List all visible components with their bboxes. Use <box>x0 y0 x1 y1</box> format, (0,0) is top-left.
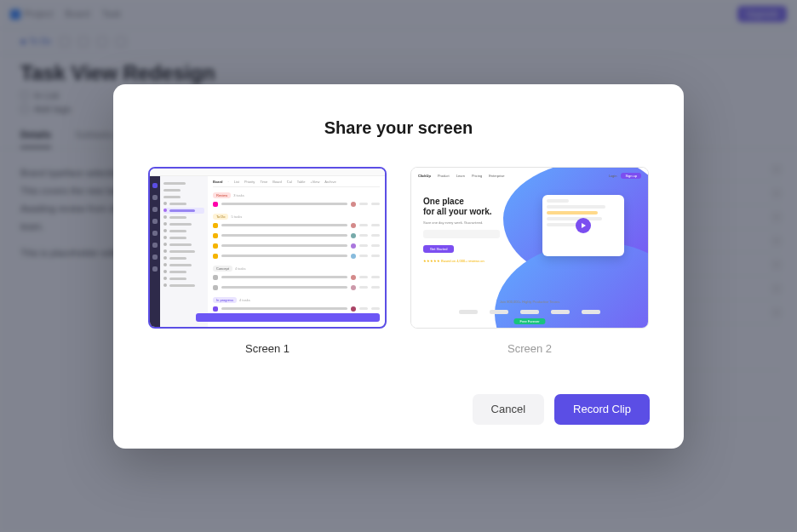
share-screen-modal: Share your screen <box>113 84 684 449</box>
screen-1-label: Screen 1 <box>148 342 387 355</box>
screen-2-thumbnail: ClickUp ProductLearnPricingEnterprise Lo… <box>410 167 649 329</box>
cancel-button[interactable]: Cancel <box>473 394 544 425</box>
modal-title: Share your screen <box>147 118 650 138</box>
play-icon <box>576 218 591 233</box>
modal-footer: Cancel Record Clip <box>147 394 650 425</box>
screen-1-thumbnail: Board·ListPriorityTimeBoardCalTable+View… <box>148 167 387 329</box>
screen-option-2[interactable]: ClickUp ProductLearnPricingEnterprise Lo… <box>410 167 649 355</box>
record-clip-button[interactable]: Record Clip <box>554 394 650 425</box>
screen-2-label: Screen 2 <box>410 342 649 355</box>
screen-option-1[interactable]: Board·ListPriorityTimeBoardCalTable+View… <box>148 167 387 355</box>
screen-options: Board·ListPriorityTimeBoardCalTable+View… <box>147 167 650 355</box>
